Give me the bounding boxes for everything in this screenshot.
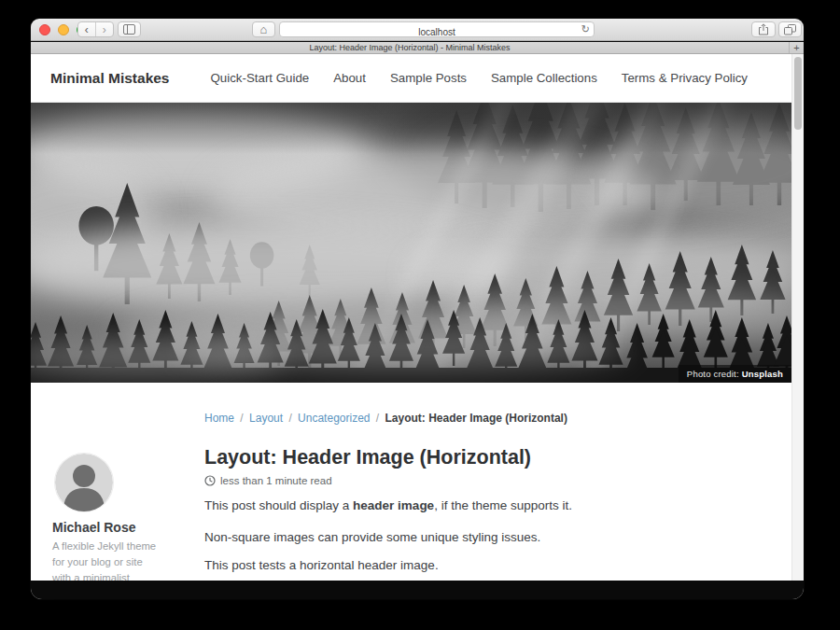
nav-item-quick-start-guide[interactable]: Quick-Start Guide xyxy=(211,71,310,85)
nav-item-sample-posts[interactable]: Sample Posts xyxy=(390,71,467,85)
breadcrumb-separator: / xyxy=(240,412,243,425)
page-scrollbar[interactable] xyxy=(791,54,804,581)
breadcrumb-layout[interactable]: Layout xyxy=(249,412,283,425)
tab-title: Layout: Header Image (Horizontal) - Mini… xyxy=(309,43,510,52)
nav-item-sample-collections[interactable]: Sample Collections xyxy=(491,71,597,85)
breadcrumb-uncategorized[interactable]: Uncategorized xyxy=(298,412,370,425)
home-icon: ⌂ xyxy=(260,23,268,35)
foggy-forest-illustration xyxy=(31,103,791,383)
browser-window: ‹ › ⌂ ↻ xyxy=(31,19,804,599)
header-image: Photo credit: Unsplash xyxy=(31,103,791,383)
breadcrumb-home[interactable]: Home xyxy=(204,412,234,425)
share-button[interactable] xyxy=(751,21,776,37)
photo-credit: Photo credit: Unsplash xyxy=(679,365,791,383)
scrollbar-thumb[interactable] xyxy=(794,57,802,130)
nav-item-terms-privacy[interactable]: Terms & Privacy Policy xyxy=(622,71,748,85)
author-name: Michael Rose xyxy=(52,520,135,535)
browser-titlebar: ‹ › ⌂ ↻ xyxy=(31,19,804,41)
read-time: less than 1 minute read xyxy=(204,475,332,486)
read-time-label: less than 1 minute read xyxy=(220,475,332,486)
new-tab-button[interactable]: + xyxy=(789,42,804,53)
plus-icon: + xyxy=(793,42,799,53)
paragraph-bold-text: header image xyxy=(353,498,434,512)
back-icon: ‹ xyxy=(85,24,89,35)
history-nav-control: ‹ › xyxy=(77,21,114,37)
active-tab[interactable]: Layout: Header Image (Horizontal) - Mini… xyxy=(31,42,789,53)
page-footer xyxy=(31,581,804,599)
post-paragraph: This post tests a horizontal header imag… xyxy=(204,558,439,572)
breadcrumb-current: Layout: Header Image (Horizontal) xyxy=(385,412,567,425)
clock-icon xyxy=(204,475,216,486)
site-nav: Quick-Start Guide About Sample Posts Sam… xyxy=(211,71,749,85)
address-bar: ↻ xyxy=(279,21,595,37)
forward-icon: › xyxy=(103,24,106,35)
breadcrumb-separator: / xyxy=(376,412,379,425)
photo-credit-label: Photo credit: xyxy=(687,369,739,379)
sidebar-icon xyxy=(123,24,135,35)
post-paragraph: This post should display a header image,… xyxy=(204,498,572,512)
paragraph-text: This post should display a xyxy=(204,498,353,512)
sidebar-toggle-button[interactable] xyxy=(118,21,141,37)
minimize-window-button[interactable] xyxy=(58,24,69,35)
tab-bar: Layout: Header Image (Horizontal) - Mini… xyxy=(31,42,804,54)
author-avatar xyxy=(55,454,113,511)
post-section: Home / Layout / Uncategorized / Layout: … xyxy=(31,383,791,581)
site-masthead: Minimal Mistakes Quick-Start Guide About… xyxy=(31,54,791,103)
nav-item-about[interactable]: About xyxy=(333,71,366,85)
page-title: Layout: Header Image (Horizontal) xyxy=(204,446,531,469)
share-icon xyxy=(758,23,769,35)
avatar-silhouette-icon xyxy=(55,454,113,511)
reload-icon[interactable]: ↻ xyxy=(581,23,590,35)
site-title-link[interactable]: Minimal Mistakes xyxy=(50,70,170,87)
back-button[interactable]: ‹ xyxy=(78,22,96,36)
breadcrumb-separator: / xyxy=(288,412,291,425)
tab-overview-button[interactable] xyxy=(778,21,802,37)
post-paragraph: Non-square images can provide some uniqu… xyxy=(204,530,540,544)
tabs-icon xyxy=(784,24,796,35)
page-content: Minimal Mistakes Quick-Start Guide About… xyxy=(31,54,804,599)
paragraph-text: , if the theme supports it. xyxy=(434,498,572,512)
close-window-button[interactable] xyxy=(39,24,50,35)
breadcrumb: Home / Layout / Uncategorized / Layout: … xyxy=(204,412,567,425)
home-button[interactable]: ⌂ xyxy=(252,21,275,37)
url-input[interactable] xyxy=(280,25,594,39)
photo-credit-link[interactable]: Unsplash xyxy=(742,369,783,379)
forward-button[interactable]: › xyxy=(96,22,113,36)
